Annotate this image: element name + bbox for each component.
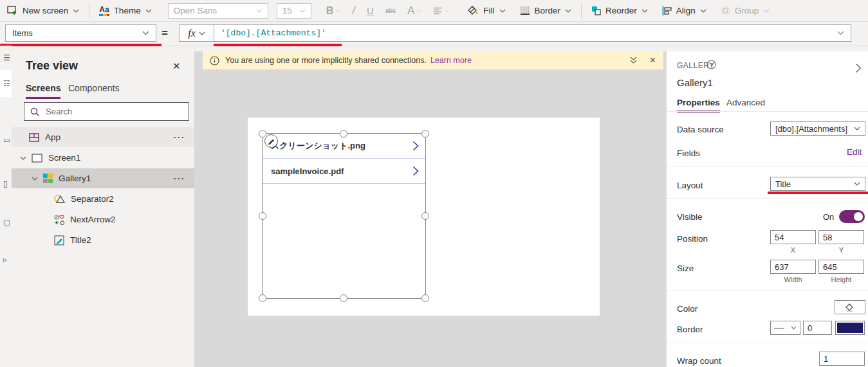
tree-item-separator2[interactable]: Separator2 bbox=[12, 189, 194, 209]
close-icon[interactable]: ✕ bbox=[649, 55, 656, 65]
chevron-down-icon bbox=[854, 127, 860, 130]
color-picker-button[interactable] bbox=[835, 300, 865, 314]
tree-item-title2[interactable]: Title2 bbox=[12, 230, 194, 250]
visible-toggle[interactable] bbox=[839, 210, 865, 223]
reorder-button[interactable]: Reorder bbox=[584, 0, 655, 21]
top-toolbar: New screen Aa Theme Open Sans 15 B / U a… bbox=[0, 0, 868, 22]
formula-input[interactable]: '[dbo].[Attachments]' bbox=[214, 24, 851, 42]
group-button: Group bbox=[714, 0, 777, 21]
size-label: Size bbox=[677, 264, 694, 273]
new-screen-button[interactable]: New screen bbox=[0, 0, 86, 21]
layout-dropdown[interactable]: Title bbox=[770, 177, 865, 191]
rail-icon[interactable]: ▯ bbox=[3, 179, 8, 188]
layout-label: Layout bbox=[677, 181, 703, 190]
underline-button: U bbox=[361, 5, 380, 16]
resize-handle[interactable] bbox=[421, 130, 429, 138]
formula-bar: Items = fx '[dbo].[Attachments]' bbox=[0, 22, 868, 46]
resize-handle[interactable] bbox=[421, 294, 429, 302]
property-selector[interactable]: Items bbox=[5, 24, 156, 42]
fill-icon bbox=[468, 6, 479, 15]
border-style-line-icon bbox=[774, 328, 784, 328]
more-icon[interactable]: ··· bbox=[174, 133, 185, 142]
chevron-right-icon[interactable] bbox=[412, 141, 419, 151]
chevron-down-icon bbox=[445, 9, 450, 12]
font-family-combo: Open Sans bbox=[168, 3, 268, 19]
collapse-panel-chevron-right-icon[interactable] bbox=[855, 63, 862, 73]
theme-icon: Aa bbox=[99, 5, 109, 16]
tree-search[interactable] bbox=[24, 102, 189, 121]
tree-item-label: Gallery1 bbox=[59, 174, 91, 183]
width-label: Width bbox=[770, 276, 816, 283]
fill-button[interactable]: Fill bbox=[461, 0, 512, 21]
more-icon[interactable]: ··· bbox=[174, 174, 185, 183]
fields-edit-link[interactable]: Edit bbox=[847, 147, 862, 157]
tree-item-screen1[interactable]: Screen1 bbox=[12, 148, 194, 168]
tree-view-rail-item[interactable]: ☷ bbox=[0, 70, 12, 97]
align-icon bbox=[662, 6, 672, 15]
gallery-row[interactable]: sampleInvoice.pdf bbox=[263, 159, 425, 184]
rail-icon[interactable]: ▹ bbox=[3, 255, 7, 264]
tree-item-label: App bbox=[45, 132, 60, 142]
close-icon[interactable]: ✕ bbox=[172, 60, 181, 72]
chevron-down-icon[interactable] bbox=[837, 31, 844, 35]
theme-button[interactable]: Aa Theme bbox=[92, 0, 158, 21]
position-x-input[interactable] bbox=[770, 230, 816, 244]
red-underline-annotation bbox=[768, 192, 868, 194]
wrap-count-input[interactable] bbox=[819, 352, 865, 366]
tree-view-panel: Tree view ✕ Screens Components App ··· S… bbox=[12, 51, 194, 367]
screen-artboard[interactable]: スクリーンショット.png sampleInvoice.pdf bbox=[248, 118, 600, 316]
size-height-input[interactable] bbox=[818, 260, 864, 274]
border-style-dropdown[interactable] bbox=[770, 321, 800, 335]
size-width-input[interactable] bbox=[770, 260, 816, 274]
chevron-down-icon[interactable] bbox=[32, 177, 38, 181]
search-input[interactable] bbox=[44, 106, 169, 117]
tree-item-label: Title2 bbox=[70, 235, 91, 245]
resize-handle[interactable] bbox=[259, 294, 266, 302]
position-y-input[interactable] bbox=[818, 230, 864, 244]
border-weight-input[interactable] bbox=[803, 321, 832, 335]
group-label: Group bbox=[735, 6, 759, 15]
gallery-selection[interactable]: スクリーンショット.png sampleInvoice.pdf bbox=[262, 133, 426, 299]
italic-button: / bbox=[346, 4, 361, 17]
chevron-down-icon bbox=[854, 182, 860, 186]
border-button[interactable]: Border bbox=[513, 0, 579, 21]
new-screen-icon bbox=[7, 6, 18, 15]
gallery-icon bbox=[43, 174, 53, 183]
border-color-swatch[interactable] bbox=[835, 321, 865, 335]
strikethrough-button: abc bbox=[380, 7, 402, 14]
tab-properties[interactable]: Properties bbox=[677, 98, 720, 112]
resize-handle[interactable] bbox=[421, 212, 429, 220]
chevron-down-icon bbox=[642, 9, 648, 13]
tree-item-nextarrow2[interactable]: NextArrow2 bbox=[12, 210, 194, 229]
help-icon[interactable]: ? bbox=[706, 60, 716, 69]
banner-message: You are using one or more implicitly sha… bbox=[225, 56, 427, 65]
learn-more-link[interactable]: Learn more bbox=[430, 56, 472, 65]
tree-item-app[interactable]: App ··· bbox=[12, 127, 194, 147]
chevron-right-icon[interactable] bbox=[412, 166, 419, 176]
edit-pencil-icon[interactable] bbox=[264, 134, 278, 148]
rail-icon[interactable]: ▭ bbox=[3, 136, 10, 145]
chevron-down-icon bbox=[335, 9, 340, 12]
fx-selector[interactable]: fx bbox=[179, 24, 214, 42]
align-button[interactable]: Align bbox=[655, 0, 714, 21]
tree-item-gallery1[interactable]: Gallery1 ··· bbox=[12, 168, 194, 188]
resize-handle[interactable] bbox=[340, 130, 347, 138]
rail-icon[interactable]: ▢ bbox=[3, 218, 10, 227]
position-label: Position bbox=[677, 234, 708, 244]
resize-handle[interactable] bbox=[340, 294, 347, 302]
tab-components[interactable]: Components bbox=[68, 83, 119, 97]
data-source-dropdown[interactable]: [dbo].[Attachments] bbox=[770, 121, 865, 136]
double-chevron-down-icon[interactable] bbox=[629, 56, 638, 64]
fx-icon: fx bbox=[188, 28, 196, 39]
chevron-down-icon[interactable] bbox=[20, 156, 26, 160]
font-size-value: 15 bbox=[282, 6, 292, 15]
hamburger-menu-icon[interactable]: ☰ bbox=[3, 53, 10, 62]
chevron-down-icon bbox=[142, 31, 149, 35]
tab-advanced[interactable]: Advanced bbox=[726, 98, 765, 111]
font-family-value: Open Sans bbox=[174, 6, 217, 15]
resize-handle[interactable] bbox=[259, 212, 266, 220]
next-arrow-icon bbox=[54, 215, 64, 225]
resize-handle[interactable] bbox=[259, 130, 266, 138]
title-icon bbox=[54, 235, 64, 246]
tab-screens[interactable]: Screens bbox=[26, 83, 60, 99]
